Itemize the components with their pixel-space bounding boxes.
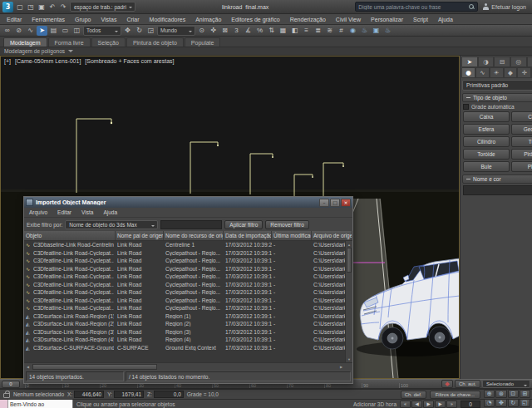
menu-item[interactable]: Editores de gráfico	[226, 17, 284, 22]
helpers-icon[interactable]: ✛	[517, 67, 531, 78]
shapes-icon[interactable]: ∿	[475, 67, 490, 78]
object-type-button[interactable]: Tubo	[511, 136, 532, 147]
cameras-icon[interactable]: ◆	[504, 67, 518, 78]
rollout-name-color[interactable]: Nome e cor	[462, 175, 532, 184]
open-file-icon[interactable]: ◳	[26, 2, 36, 12]
set-key-mode-button[interactable]: Ch. def.	[401, 391, 426, 399]
x-field[interactable]	[74, 391, 104, 398]
table-row[interactable]: C3Dsurface-Link Road-Region (4) Link Roa…	[24, 336, 345, 344]
ribbon-tab[interactable]: Pintura de objeto	[126, 37, 184, 47]
orbit-icon[interactable]: ↻	[508, 399, 519, 407]
minimize-button[interactable]: –	[319, 199, 329, 207]
next-frame-icon[interactable]: ▶	[435, 401, 446, 408]
render-setup-icon[interactable]: ♨	[359, 26, 370, 36]
zoom-extents-icon[interactable]: ⊡	[508, 390, 519, 398]
object-type-button[interactable]: Cone	[511, 111, 532, 122]
select-manipulate-icon[interactable]: ✜	[208, 26, 219, 36]
ribbon-panel-strip[interactable]: Modelagem de polígonos	[0, 47, 532, 56]
column-header[interactable]: Objeto	[24, 231, 116, 240]
unlink-icon[interactable]: ⊘	[13, 26, 24, 36]
menu-item[interactable]: Grupo	[70, 17, 96, 22]
table-row[interactable]: C3Dfeatline-Link Road-Cyclepat... Link R…	[24, 304, 345, 312]
menu-item[interactable]: Vistas	[96, 17, 121, 22]
pan-icon[interactable]: ✥	[495, 399, 506, 407]
table-row[interactable]: C3Dsurface-C-SURFACE-Ground ... C-SURFAC…	[24, 344, 345, 352]
select-rotate-icon[interactable]: ↻	[134, 26, 145, 36]
table-row[interactable]: C3Dfeatline-Link Road-Cyclepat... Link R…	[24, 281, 345, 289]
viewport-shading-label[interactable]: [Sombreado + Faces com arestas]	[85, 58, 174, 64]
menu-item[interactable]: Criar	[121, 17, 144, 22]
object-type-button[interactable]: Toróide	[463, 149, 510, 160]
new-scene-icon[interactable]: ▢	[15, 2, 25, 12]
go-to-start-icon[interactable]: «	[400, 401, 411, 408]
table-row[interactable]: C3Dfeatline-Link Road-Cyclepat... Link R…	[24, 297, 345, 305]
dialog-menu-item[interactable]: Ajuda	[98, 209, 122, 215]
search-input[interactable]	[358, 4, 466, 10]
object-type-button[interactable]: Caixa	[463, 111, 510, 122]
max-logo-icon[interactable]: 3	[2, 2, 13, 12]
column-header[interactable]: Nome do recurso de origem	[164, 231, 224, 240]
lights-icon[interactable]: ☀	[490, 67, 504, 78]
selection-region-icon[interactable]: ▭	[60, 26, 71, 36]
apply-filter-button[interactable]: Aplicar filtro	[224, 220, 263, 229]
z-field[interactable]	[154, 391, 184, 398]
menu-item[interactable]: Civil View	[331, 17, 366, 22]
zoom-icon[interactable]: ⊕	[484, 390, 495, 398]
rollout-object-type[interactable]: Tipo de objeto	[462, 93, 532, 102]
y-field[interactable]	[114, 391, 144, 398]
workspace-dropdown[interactable]: espaço de trab.: padri	[70, 2, 135, 12]
ribbon-tab[interactable]: Modelagem	[3, 37, 47, 47]
reference-coordinate-dropdown[interactable]: Mundo	[157, 26, 195, 36]
select-move-icon[interactable]: ✥	[122, 26, 133, 36]
remove-filter-button[interactable]: Remover filtro	[265, 220, 308, 229]
menu-item[interactable]: Modificadores	[145, 17, 191, 22]
autogrid-checkbox[interactable]	[463, 104, 469, 110]
auto-key-button[interactable]: Ch. aut.	[455, 380, 480, 388]
menu-item[interactable]: Editar	[2, 17, 27, 22]
display-tab-icon[interactable]: ▣	[527, 57, 532, 67]
go-to-end-icon[interactable]: »	[446, 401, 457, 408]
menu-item[interactable]: Ferramentas	[27, 17, 70, 22]
use-pivot-center-icon[interactable]: ⊙	[196, 26, 207, 36]
select-link-icon[interactable]: ∞	[2, 26, 12, 36]
vertical-scrollbar[interactable]	[345, 241, 352, 362]
filter-text-input[interactable]	[160, 220, 222, 229]
bind-spacewarp-icon[interactable]: ∿	[25, 26, 36, 36]
dialog-title-bar[interactable]: Imported Object Manager –□×	[24, 197, 352, 208]
percent-snap-icon[interactable]: %	[254, 26, 265, 36]
select-object-icon[interactable]: ➤	[37, 26, 47, 36]
object-type-button[interactable]: Cilindro	[463, 136, 510, 147]
menu-item[interactable]: Renderização	[285, 17, 331, 22]
material-editor-icon[interactable]: ◉	[347, 26, 358, 36]
window-crossing-icon[interactable]: ◫	[71, 26, 82, 36]
play-button-icon[interactable]: ▶	[423, 401, 434, 408]
object-type-button[interactable]: Geosfera	[511, 124, 532, 135]
keyboard-override-icon[interactable]: ⊠	[219, 26, 230, 36]
angle-snap-icon[interactable]: ∡	[243, 26, 254, 36]
dialog-menu-item[interactable]: Editar	[52, 209, 76, 215]
scrollbar-thumb[interactable]	[347, 248, 352, 273]
table-row[interactable]: C3Dsurface-Link Road-Region (3) Link Roa…	[24, 328, 345, 337]
select-by-name-icon[interactable]: ▤	[48, 26, 59, 36]
redo-icon[interactable]: ↷	[58, 2, 68, 12]
previous-frame-icon[interactable]: ◀	[411, 401, 422, 408]
object-name-field[interactable]	[463, 185, 532, 195]
filter-type-dropdown[interactable]: Nome de objeto do 3ds Max	[65, 220, 158, 229]
ribbon-tab[interactable]: Populate	[185, 37, 221, 47]
rendered-frame-icon[interactable]: ▣	[371, 26, 382, 36]
zoom-all-icon[interactable]: ⊛	[495, 390, 506, 398]
menu-item[interactable]: Personalizar	[366, 17, 408, 22]
current-frame-field[interactable]	[461, 401, 480, 408]
menu-item[interactable]: Animação	[190, 17, 226, 22]
set-keys-button[interactable]: ◆	[441, 380, 453, 388]
fov-icon[interactable]: ◔	[484, 399, 495, 407]
undo-icon[interactable]: ↶	[47, 2, 57, 12]
login-button[interactable]: Efetuar logon	[480, 3, 530, 10]
object-type-button[interactable]: Pirâmide	[511, 149, 532, 160]
table-row[interactable]: C3Dbaseline-Link Road-Centreline 1 Link …	[24, 241, 345, 249]
close-button[interactable]: ×	[341, 199, 351, 207]
save-file-icon[interactable]: ▣	[37, 2, 47, 12]
dialog-menu-item[interactable]: Vista	[76, 209, 98, 215]
maximize-button[interactable]: □	[330, 199, 340, 207]
object-type-button[interactable]: Esfera	[463, 124, 510, 135]
